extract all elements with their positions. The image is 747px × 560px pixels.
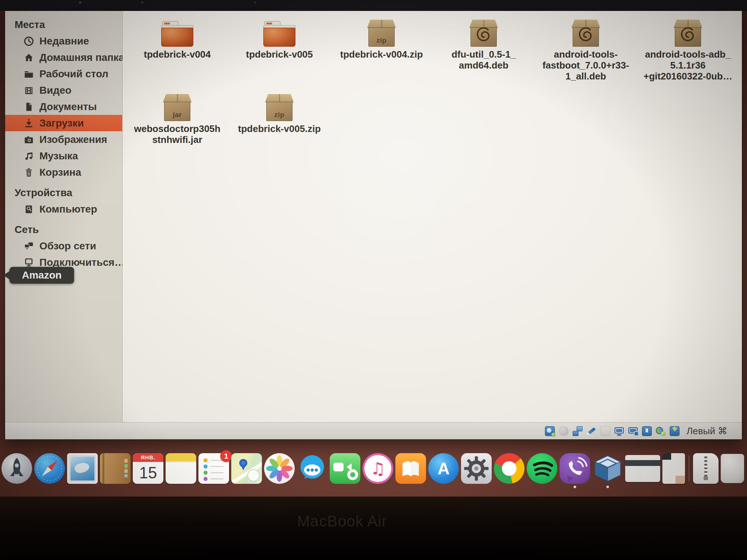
- vm-hard-disks-status-icon[interactable]: [545, 426, 555, 436]
- stamp-graphic: [70, 456, 94, 481]
- file-item-android-tools-adb-deb[interactable]: android-tools-adb_5.1.1r36+git20160322-0…: [637, 19, 739, 92]
- dock-system-preferences-icon[interactable]: [461, 453, 492, 484]
- dock-facetime-icon[interactable]: [330, 453, 360, 484]
- file-label: android-tools-fastboot_7.0.0+r33-1_all.d…: [542, 49, 629, 82]
- film-icon: [23, 84, 35, 97]
- vm-auto-resize-status-icon[interactable]: [670, 426, 680, 436]
- file-item-tpdebrick-v004[interactable]: tpdebrick-v004: [126, 19, 228, 92]
- dock-ibooks-icon[interactable]: [395, 453, 426, 484]
- sidebar-item-computer[interactable]: Компьютер: [5, 201, 122, 217]
- notification-badge: 1: [220, 450, 232, 462]
- folder-icon: [263, 21, 295, 47]
- dock-virtualbox-icon[interactable]: [592, 453, 623, 484]
- dock-minimized-vm-window-icon[interactable]: [625, 455, 660, 482]
- sidebar-item-downloads[interactable]: Загрузки: [5, 115, 122, 131]
- sidebar-item-home[interactable]: Домашняя папка: [5, 49, 122, 66]
- sidebar-item-label: Видео: [39, 85, 71, 96]
- file-item-tpdebrick-v004-zip[interactable]: zip tpdebrick-v004.zip: [330, 19, 433, 92]
- sidebar-section-devices: Устройства: [5, 185, 122, 201]
- vm-shared-folders-status-icon[interactable]: [600, 426, 610, 436]
- dock-notes-icon[interactable]: [166, 453, 196, 484]
- sidebar-item-trash[interactable]: Корзина: [5, 164, 122, 180]
- vm-shared-clipboard-status-icon[interactable]: [573, 426, 582, 436]
- file-label: dfu-util_0.5-1_amd64.deb: [452, 49, 516, 71]
- file-label: tpdebrick-v005.zip: [238, 123, 321, 134]
- file-icon-view: tpdebrick-v004 tpdebrick-v005 zip tpdebr…: [123, 11, 742, 422]
- zip-archive-icon: zip: [264, 94, 295, 121]
- dock-messages-icon[interactable]: [297, 453, 328, 484]
- reminder-dot: [204, 464, 208, 468]
- sidebar-item-label: Корзина: [39, 167, 81, 178]
- dock-mail-icon[interactable]: [67, 453, 98, 484]
- sidebar-item-label: Подключиться…: [39, 257, 125, 268]
- map-pin-graphic: [239, 459, 247, 467]
- cube-graphic: [592, 453, 623, 484]
- home-icon: [23, 51, 35, 64]
- sidebar-item-documents[interactable]: Документы: [5, 98, 122, 115]
- vm-drag-and-drop-status-icon[interactable]: [587, 426, 596, 436]
- file-label: webosdoctorp305hstnhwifi.jar: [134, 123, 221, 145]
- dock-calendar-icon[interactable]: ЯНВ. 15: [133, 453, 163, 484]
- dock-appstore-icon[interactable]: A: [428, 453, 459, 484]
- dock-viber-icon[interactable]: [560, 453, 590, 484]
- vm-optical-drives-status-icon[interactable]: [559, 426, 569, 436]
- vm-network-status-icon[interactable]: [656, 426, 666, 436]
- sidebar-item-desktop[interactable]: Рабочий стол: [5, 66, 122, 82]
- macbook-air-logo: MacBook Air: [297, 513, 387, 530]
- file-grid: tpdebrick-v004 tpdebrick-v005 zip tpdebr…: [123, 11, 742, 168]
- dock-minimized-window-icon[interactable]: [662, 453, 685, 484]
- sidebar-item-label: Изображения: [39, 134, 107, 145]
- file-label: tpdebrick-v004.zip: [340, 49, 423, 60]
- laptop-bezel: MacBook Air: [0, 497, 747, 560]
- sidebar-item-recent[interactable]: Недавние: [5, 33, 122, 49]
- sidebar-item-label: Домашняя папка: [39, 52, 124, 63]
- dock-safari-icon[interactable]: [34, 453, 65, 484]
- sidebar-item-videos[interactable]: Видео: [5, 82, 122, 98]
- sidebar-item-label: Обзор сети: [39, 240, 96, 252]
- sidebar-item-pictures[interactable]: Изображения: [5, 131, 122, 148]
- sidebar-item-browse-network[interactable]: Обзор сети: [5, 238, 122, 254]
- open-book-graphic: [395, 453, 426, 484]
- file-manager-window: Места Недавние Домашняя папка Рабочий ст…: [5, 11, 742, 439]
- calendar-month-label: ЯНВ.: [133, 453, 163, 462]
- dock-separator: [689, 455, 689, 482]
- file-label: tpdebrick-v005: [246, 49, 313, 60]
- dock-itunes-icon[interactable]: ♫: [363, 453, 393, 484]
- dock-contacts-icon[interactable]: [100, 453, 131, 484]
- file-item-webosdoctor-jar[interactable]: jar webosdoctorp305hstnhwifi.jar: [126, 93, 228, 166]
- jar-archive-icon: jar: [162, 94, 193, 121]
- sidebar-section-network: Сеть: [5, 222, 122, 238]
- music-notes-icon: [23, 150, 35, 162]
- phone-handset-graphic: [560, 453, 590, 484]
- sidebar-section-places: Места: [5, 17, 122, 33]
- file-item-dfu-util-deb[interactable]: dfu-util_0.5-1_amd64.deb: [433, 19, 535, 92]
- dock-photos-icon[interactable]: [264, 453, 295, 484]
- zip-archive-icon: zip: [366, 20, 397, 47]
- computer-drive-icon: [23, 203, 35, 215]
- compass-graphic: [247, 469, 260, 482]
- dock-spotify-icon[interactable]: [527, 453, 557, 484]
- macos-dock: ЯНВ. 15 1: [0, 453, 747, 484]
- sidebar-item-music[interactable]: Музыка: [5, 148, 122, 164]
- dock-maps-icon[interactable]: [231, 453, 262, 484]
- file-item-tpdebrick-v005-zip[interactable]: zip tpdebrick-v005.zip: [228, 93, 330, 166]
- host-key-label: Левый ⌘: [686, 425, 727, 437]
- vm-display-status-icon[interactable]: [614, 426, 624, 436]
- vm-video-capture-status-icon[interactable]: [628, 426, 638, 436]
- network-computers-icon: [23, 240, 35, 252]
- calendar-day-label: 15: [133, 462, 163, 484]
- file-item-tpdebrick-v005[interactable]: tpdebrick-v005: [228, 19, 330, 92]
- sidebar-item-label: Компьютер: [39, 203, 97, 215]
- dock-chrome-icon[interactable]: [494, 453, 525, 484]
- cutoff-vm-toolbar: [0, 0, 747, 11]
- dock-launchpad-icon[interactable]: [1, 453, 32, 484]
- gear-graphic: [461, 453, 492, 484]
- reminder-dot: [204, 477, 208, 481]
- dock-reminders-icon[interactable]: 1: [198, 453, 229, 484]
- dock-zip-document-icon[interactable]: [693, 453, 719, 484]
- vm-usb-status-icon[interactable]: [642, 426, 652, 436]
- file-label: android-tools-adb_5.1.1r36+git20160322-0…: [643, 49, 732, 82]
- dock-trash-icon[interactable]: [721, 454, 744, 483]
- sidebar-item-label: Загрузки: [39, 117, 84, 129]
- file-item-android-tools-fastboot-deb[interactable]: android-tools-fastboot_7.0.0+r33-1_all.d…: [535, 19, 637, 92]
